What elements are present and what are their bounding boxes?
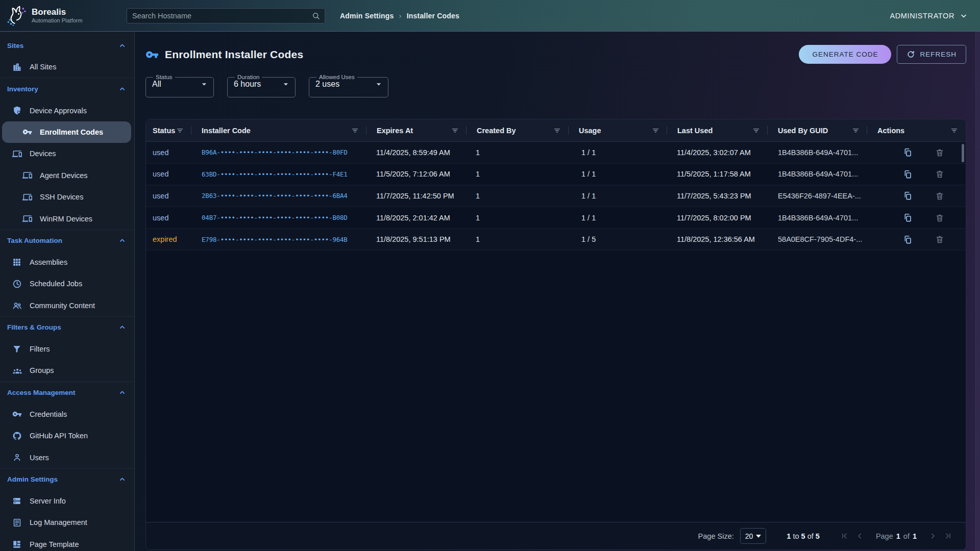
log-document-icon	[12, 517, 22, 528]
sidebar-section-task-automation[interactable]: Task Automation	[0, 230, 134, 252]
first-page-button[interactable]	[838, 530, 851, 543]
column-header-expires-at[interactable]: Expires At	[366, 119, 467, 141]
copy-button[interactable]	[903, 213, 913, 222]
sidebar-item-ssh-devices[interactable]: SSH Devices	[0, 186, 134, 208]
sidebar-item-winrm-devices[interactable]: WinRM Devices	[0, 208, 134, 229]
filter-icon[interactable]	[651, 126, 660, 135]
sidebar-item-label: GitHub API Token	[30, 432, 88, 440]
sidebar-item-all-sites[interactable]: All Sites	[0, 56, 134, 78]
filter-icon[interactable]	[553, 126, 561, 135]
created-by: 1	[467, 148, 569, 157]
trash-icon	[935, 169, 944, 179]
installer-code[interactable]: 2B63-••••-••••-••••-••••-••••-••••-6BA4	[191, 192, 366, 199]
delete-button[interactable]	[935, 148, 944, 157]
delete-button[interactable]	[935, 191, 944, 201]
chevron-down-icon	[281, 79, 291, 89]
chevron-right-icon	[928, 532, 937, 540]
sidebar-item-assemblies[interactable]: Assemblies	[0, 252, 134, 273]
sidebar-item-device-approvals[interactable]: Device Approvals	[0, 99, 134, 121]
search-box[interactable]	[127, 8, 325, 23]
refresh-button[interactable]: REFRESH	[897, 45, 966, 64]
column-header-actions[interactable]: Actions	[867, 119, 966, 141]
first-page-icon	[840, 532, 849, 540]
sidebar-item-label: Scheduled Jobs	[30, 280, 82, 288]
delete-button[interactable]	[935, 235, 944, 244]
expires-at: 11/5/2025, 7:12:06 AM	[366, 170, 467, 178]
created-by: 1	[467, 192, 569, 200]
column-header-used-by-guid[interactable]: Used By GUID	[768, 119, 867, 141]
installer-code[interactable]: 63BD-••••-••••-••••-••••-••••-••••-F4E1	[191, 170, 366, 178]
duration-filter-select[interactable]: Duration 6 hours	[227, 74, 296, 97]
installer-code[interactable]: E798-••••-••••-••••-••••-••••-••••-964B	[191, 236, 366, 243]
filter-icon[interactable]	[851, 126, 860, 135]
column-header-status[interactable]: Status	[146, 119, 191, 141]
column-header-last-used[interactable]: Last Used	[667, 119, 768, 141]
last-page-button[interactable]	[941, 530, 954, 543]
page-scrollbar[interactable]	[975, 32, 980, 551]
brand: Borealis Automation Platform	[0, 5, 127, 27]
sidebar-item-groups[interactable]: Groups	[0, 360, 134, 381]
sidebar-item-label: Groups	[30, 366, 54, 374]
sidebar-item-label: SSH Devices	[40, 193, 83, 201]
filter-icon[interactable]	[176, 126, 184, 135]
sidebar-item-page-template[interactable]: Page Template	[0, 534, 134, 551]
sidebar-item-log-management[interactable]: Log Management	[0, 512, 134, 533]
pagination-bar: Page Size: 20 1 to 5 of 5	[146, 522, 966, 549]
status-badge: used	[153, 192, 168, 200]
sidebar-item-devices[interactable]: Devices	[0, 143, 134, 164]
page-indicator: Page1 of1	[876, 532, 917, 540]
devices-icon	[12, 148, 22, 159]
copy-button[interactable]	[903, 191, 913, 201]
sidebar-item-filters[interactable]: Filters	[0, 338, 134, 360]
user-menu[interactable]: ADMINISTRATOR	[890, 12, 968, 20]
sidebar-item-enrollment-codes[interactable]: Enrollment Codes	[2, 121, 131, 143]
sidebar-section-sites[interactable]: Sites	[0, 35, 134, 56]
delete-button[interactable]	[935, 213, 944, 222]
copy-button[interactable]	[903, 169, 913, 179]
sidebar-item-agent-devices[interactable]: Agent Devices	[0, 165, 134, 186]
column-header-created-by[interactable]: Created By	[467, 119, 569, 141]
sidebar-section-admin-settings[interactable]: Admin Settings	[0, 469, 134, 490]
sidebar-item-credentials[interactable]: Credentials	[0, 404, 134, 425]
table-scrollbar-thumb[interactable]	[962, 144, 964, 162]
chevron-left-icon	[855, 532, 864, 540]
page-size-select[interactable]: 20	[740, 528, 767, 544]
chevron-down-icon	[756, 535, 761, 538]
table-body: used B96A-••••-••••-••••-••••-••••-••••-…	[146, 142, 966, 522]
status-filter-select[interactable]: Status All	[145, 74, 214, 97]
filter-icon[interactable]	[950, 126, 959, 135]
copy-button[interactable]	[903, 147, 913, 157]
sidebar-section-inventory[interactable]: Inventory	[0, 78, 134, 99]
filter-icon[interactable]	[351, 126, 359, 135]
delete-button[interactable]	[935, 169, 944, 179]
sidebar-item-community-content[interactable]: Community Content	[0, 295, 134, 316]
sidebar-item-label: Filters	[30, 345, 50, 353]
funnel-icon	[12, 344, 22, 354]
trash-icon	[935, 191, 944, 201]
breadcrumb-installer-codes[interactable]: Installer Codes	[407, 12, 459, 20]
breadcrumb-admin-settings[interactable]: Admin Settings	[340, 12, 394, 20]
column-header-installer-code[interactable]: Installer Code	[191, 119, 366, 141]
sidebar-item-github-api-token[interactable]: GitHub API Token	[0, 425, 134, 446]
allowed-uses-filter-select[interactable]: Allowed Uses 2 uses	[309, 74, 388, 97]
sidebar-item-scheduled-jobs[interactable]: Scheduled Jobs	[0, 273, 134, 294]
copy-icon	[903, 213, 913, 222]
installer-code[interactable]: 04B7-••••-••••-••••-••••-••••-••••-B08D	[191, 214, 366, 221]
column-header-usage[interactable]: Usage	[569, 119, 667, 141]
usage: 1 / 1	[569, 170, 667, 178]
sidebar-section-access-management[interactable]: Access Management	[0, 382, 134, 404]
previous-page-button[interactable]	[853, 530, 867, 543]
breadcrumb-separator: ›	[399, 11, 401, 20]
filter-icon[interactable]	[451, 126, 459, 135]
generate-code-button[interactable]: GENERATE CODE	[799, 45, 891, 64]
sidebar-item-users[interactable]: Users	[0, 446, 134, 468]
next-page-button[interactable]	[926, 530, 939, 543]
filter-icon[interactable]	[752, 126, 761, 135]
copy-button[interactable]	[903, 235, 913, 244]
installer-code[interactable]: B96A-••••-••••-••••-••••-••••-••••-80FD	[191, 148, 366, 156]
sidebar-item-label: Community Content	[30, 302, 95, 310]
search-input[interactable]	[132, 12, 311, 20]
sidebar-section-filters-groups[interactable]: Filters & Groups	[0, 317, 134, 338]
devices-icon	[22, 214, 33, 224]
sidebar-item-server-info[interactable]: Server Info	[0, 490, 134, 512]
